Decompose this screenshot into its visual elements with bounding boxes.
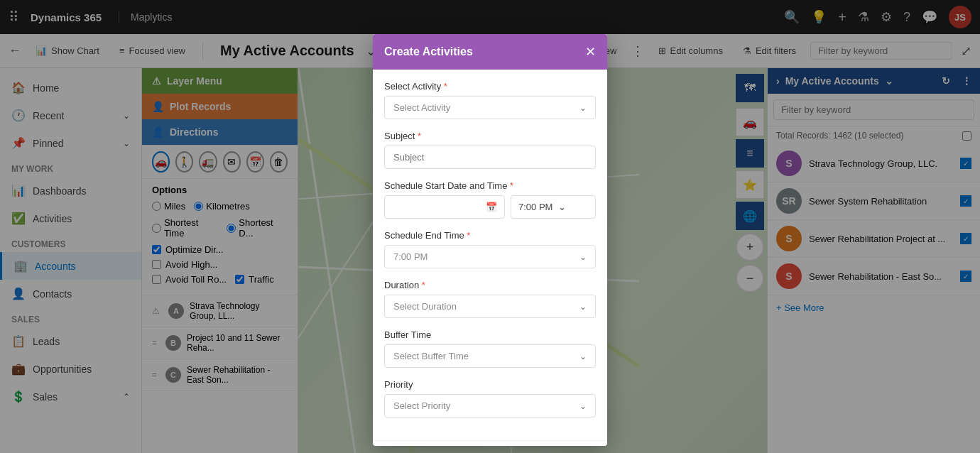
priority-select[interactable]: Select Priority ⌄ bbox=[384, 394, 596, 417]
modal-body: Select Activity * Select Activity ⌄ Subj… bbox=[373, 70, 607, 440]
buffer-time-label: Buffer Time bbox=[384, 329, 596, 340]
duration-placeholder: Select Duration bbox=[393, 301, 457, 312]
end-time-select[interactable]: 7:00 PM ⌄ bbox=[384, 245, 596, 268]
priority-label: Priority bbox=[384, 379, 596, 390]
activity-required: * bbox=[444, 81, 447, 92]
activity-label: Select Activity * bbox=[384, 81, 596, 92]
modal-close-button[interactable]: ✕ bbox=[585, 44, 596, 60]
buffer-time-chevron-icon: ⌄ bbox=[579, 351, 587, 361]
subject-input[interactable] bbox=[384, 146, 596, 169]
subject-required: * bbox=[418, 131, 421, 141]
schedule-start-required: * bbox=[510, 180, 513, 191]
activity-chevron-icon: ⌄ bbox=[579, 103, 587, 113]
date-time-row: 📅 7:00 PM ⌄ bbox=[384, 195, 596, 219]
activity-group: Select Activity * Select Activity ⌄ bbox=[384, 81, 596, 119]
activity-select[interactable]: Select Activity ⌄ bbox=[384, 96, 596, 119]
start-time-select[interactable]: 7:00 PM ⌄ bbox=[511, 195, 596, 219]
start-time-chevron-icon: ⌄ bbox=[558, 202, 566, 212]
duration-required: * bbox=[422, 280, 425, 290]
duration-label: Duration * bbox=[384, 280, 596, 290]
priority-chevron-icon: ⌄ bbox=[579, 401, 587, 411]
end-time-value: 7:00 PM bbox=[393, 251, 428, 262]
modal-footer: Save bbox=[373, 440, 607, 446]
duration-group: Duration * Select Duration ⌄ bbox=[384, 280, 596, 318]
create-activities-modal: Create Activities ✕ Select Activity * Se… bbox=[373, 34, 607, 446]
buffer-time-placeholder: Select Buffer Time bbox=[393, 351, 469, 361]
date-picker[interactable]: 📅 bbox=[384, 195, 505, 219]
calendar-icon: 📅 bbox=[486, 202, 497, 212]
subject-label: Subject * bbox=[384, 131, 596, 141]
end-time-chevron-icon: ⌄ bbox=[579, 252, 587, 262]
schedule-start-group: Schedule Start Date and Time * 📅 7:00 PM… bbox=[384, 180, 596, 219]
priority-group: Priority Select Priority ⌄ bbox=[384, 379, 596, 417]
duration-chevron-icon: ⌄ bbox=[579, 302, 587, 312]
modal-header: Create Activities ✕ bbox=[373, 34, 607, 70]
priority-placeholder: Select Priority bbox=[393, 400, 450, 411]
buffer-time-select[interactable]: Select Buffer Time ⌄ bbox=[384, 344, 596, 368]
modal-overlay: Create Activities ✕ Select Activity * Se… bbox=[0, 0, 980, 453]
buffer-time-group: Buffer Time Select Buffer Time ⌄ bbox=[384, 329, 596, 368]
subject-group: Subject * bbox=[384, 131, 596, 169]
modal-title: Create Activities bbox=[384, 45, 473, 58]
schedule-end-label: Schedule End Time * bbox=[384, 230, 596, 241]
activity-placeholder: Select Activity bbox=[393, 102, 450, 113]
duration-select[interactable]: Select Duration ⌄ bbox=[384, 295, 596, 318]
schedule-end-required: * bbox=[467, 230, 470, 241]
schedule-start-label: Schedule Start Date and Time * bbox=[384, 180, 596, 191]
start-time-value: 7:00 PM bbox=[518, 202, 552, 212]
schedule-end-group: Schedule End Time * 7:00 PM ⌄ bbox=[384, 230, 596, 268]
